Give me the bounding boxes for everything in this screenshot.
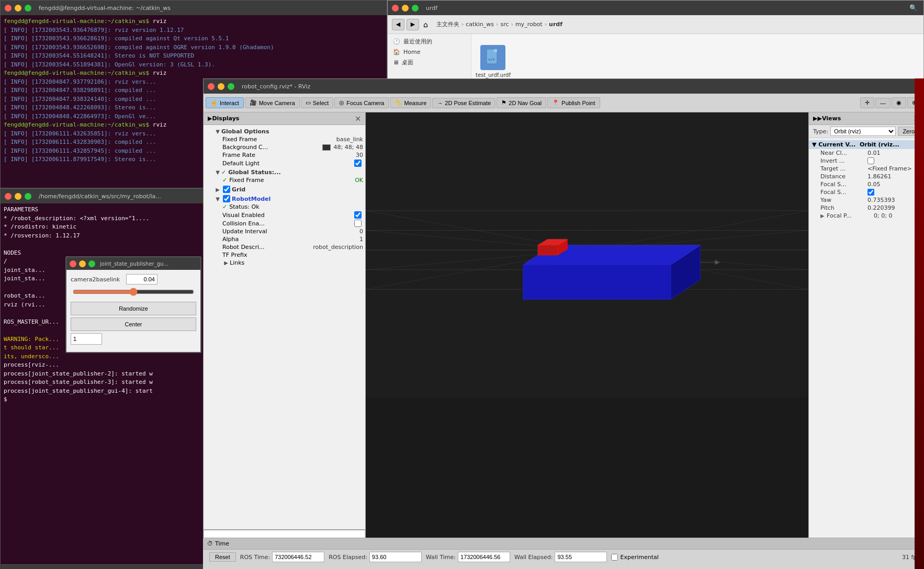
rm-visual-row[interactable]: Visual Enabled	[204, 211, 365, 219]
rm-links-row[interactable]: ▶ Links	[204, 259, 365, 267]
toolbar-publish-point[interactable]: 📍 Publish Point	[547, 97, 600, 108]
fm-file-urdf[interactable]: </> test_urdf.urdf	[476, 45, 511, 78]
jp-slider-container	[71, 288, 196, 298]
global-status-row[interactable]: ▼ ✓ Global Status:...	[204, 168, 365, 176]
rm-collision-row[interactable]: Collision Ena...	[204, 219, 365, 227]
fm-home[interactable]: 🏠Home	[388, 47, 471, 57]
background-color-value: 48; 48; 48	[334, 144, 363, 151]
toolbar-extra-2[interactable]: ―	[875, 98, 891, 108]
fm-back-btn[interactable]: ◀	[392, 19, 404, 30]
rm-desc-row[interactable]: Robot Descri... robot_description	[204, 243, 365, 251]
default-light-row[interactable]: Default Light	[204, 159, 365, 167]
svg-marker-38	[538, 245, 558, 255]
wall-time-label: Wall Time:	[426, 554, 456, 561]
toolbar-2d-pose[interactable]: → 2D Pose Estimate	[432, 98, 495, 108]
tl-red-left[interactable]	[5, 5, 12, 12]
toolbar-move-camera[interactable]: 🎥 Move Camera	[245, 97, 300, 108]
time-header: ⏱ Time ✕	[203, 538, 924, 550]
tl-red-jp[interactable]	[70, 260, 76, 267]
toolbar-interact[interactable]: ☝ Interact	[206, 97, 244, 108]
ros-time-group: ROS Time:	[240, 552, 324, 562]
global-status-ff-row[interactable]: ✓ Fixed Frame OK	[204, 176, 365, 184]
rm-tf-label: TF Prefix	[222, 252, 363, 258]
jp-center-btn[interactable]: Center	[71, 317, 196, 331]
experimental-checkbox[interactable]	[611, 554, 618, 561]
views-type-label: Type:	[813, 128, 828, 135]
ros-time-value[interactable]	[272, 552, 324, 562]
displays-close[interactable]: ✕	[355, 115, 361, 123]
jp-slider[interactable]	[73, 288, 194, 296]
default-light-label: Default Light	[222, 160, 353, 167]
fixed-frame-row[interactable]: Fixed Frame base_link	[204, 135, 365, 143]
tl-green-rviz[interactable]	[228, 83, 234, 90]
displays-panel-header: ▶ Displays ✕	[204, 112, 365, 125]
time-reset-btn[interactable]: Reset	[209, 552, 236, 562]
views-focalp-val: 0; 0; 0	[874, 212, 920, 219]
robot-model-row[interactable]: ▼ RobotModel	[204, 195, 365, 203]
toolbar-nav-goal[interactable]: ⚑ 2D Nav Goal	[497, 97, 546, 108]
views-current-section: ▼ Current V... Orbit (rviz...	[809, 140, 923, 149]
views-type-select[interactable]: Orbit (rviz)	[830, 127, 896, 136]
tl-green-jp[interactable]	[88, 260, 95, 267]
rm-update-value: 0	[359, 228, 363, 235]
grid-row[interactable]: ▶ Grid	[204, 185, 365, 194]
tl-green-bt[interactable]	[25, 193, 31, 200]
tl-green-left[interactable]	[25, 5, 31, 12]
bc-home[interactable]: 主文件夹	[436, 20, 459, 28]
displays-title: ▶	[208, 115, 212, 122]
fm-desktop[interactable]: 🖥桌面	[388, 57, 471, 68]
fm-search-icon[interactable]: 🔍	[907, 2, 919, 14]
views-focals2-checkbox[interactable]	[867, 189, 874, 196]
tl-yellow-bt[interactable]	[15, 193, 21, 200]
views-focalp-key: Focal P...	[827, 212, 874, 219]
rm-visual-checkbox[interactable]	[354, 211, 362, 219]
background-color-box	[322, 144, 331, 151]
grid-checkbox[interactable]	[223, 186, 230, 193]
frame-rate-row[interactable]: Frame Rate 30	[204, 151, 365, 159]
tl-yellow-left[interactable]	[15, 5, 21, 12]
default-light-checkbox[interactable]	[354, 160, 362, 167]
robot-model-checkbox[interactable]	[223, 195, 230, 202]
rm-desc-label: Robot Descri...	[222, 244, 311, 251]
global-options-row[interactable]: ▼ Global Options	[204, 128, 365, 135]
tl-green-fm[interactable]	[412, 5, 419, 12]
toolbar-extra-3[interactable]: ◉	[892, 97, 906, 108]
terminal-left-title: fengdd@fengdd-virtual-machine: ~/catkin_…	[39, 5, 171, 12]
toolbar-extra-1[interactable]: ✛	[860, 97, 874, 108]
background-row[interactable]: Background C... 48; 48; 48	[204, 143, 365, 151]
views-expand-icon: ▼	[812, 141, 818, 148]
tl-red-rviz[interactable]	[208, 83, 215, 90]
toolbar-select[interactable]: ▭ Select	[301, 97, 334, 108]
tl-red-fm[interactable]	[392, 5, 399, 12]
bc-urdf[interactable]: urdf	[549, 21, 562, 28]
rm-alpha-row[interactable]: Alpha 1	[204, 235, 365, 243]
toolbar-measure[interactable]: 📏 Measure	[390, 97, 431, 108]
bc-catkin[interactable]: catkin_ws	[466, 21, 494, 28]
bc-src[interactable]: src	[500, 21, 509, 28]
rm-collision-checkbox[interactable]	[354, 220, 362, 227]
tl-yellow-rviz[interactable]	[218, 83, 224, 90]
ros-elapsed-value[interactable]	[369, 552, 422, 562]
tl-yellow-jp[interactable]	[79, 260, 86, 267]
views-invert-checkbox[interactable]	[867, 157, 874, 164]
experimental-label: Experimental	[620, 554, 658, 561]
3d-scene	[366, 112, 808, 397]
wall-time-value[interactable]	[458, 552, 510, 562]
rm-tf-row[interactable]: TF Prefix	[204, 251, 365, 259]
tl-red-bt[interactable]	[5, 193, 12, 200]
toolbar-focus-camera[interactable]: ◎ Focus Camera	[334, 97, 389, 108]
fm-forward-btn[interactable]: ▶	[407, 19, 419, 30]
wall-elapsed-value[interactable]	[555, 552, 607, 562]
terminal-bottom: /home/fengdd/catkin_ws/src/my_robot/la..…	[0, 188, 204, 565]
viewport-3d[interactable]	[366, 112, 808, 554]
rm-update-row[interactable]: Update Interval 0	[204, 227, 365, 235]
jp-joint-input[interactable]	[126, 274, 157, 284]
rm-status-row[interactable]: ✓ Status: Ok	[204, 203, 365, 211]
jp-randomize-btn[interactable]: Randomize	[71, 302, 196, 315]
rviz-titlebar: robot_config.rviz* - RViz	[204, 79, 923, 94]
terminal-bottom-titlebar: /home/fengdd/catkin_ws/src/my_robot/la..…	[1, 189, 204, 203]
jp-stepper[interactable]	[71, 333, 102, 345]
fm-recent[interactable]: 🕐最近使用的	[388, 36, 471, 47]
bc-myrobot[interactable]: my_robot	[515, 21, 543, 28]
tl-yellow-fm[interactable]	[402, 5, 409, 12]
